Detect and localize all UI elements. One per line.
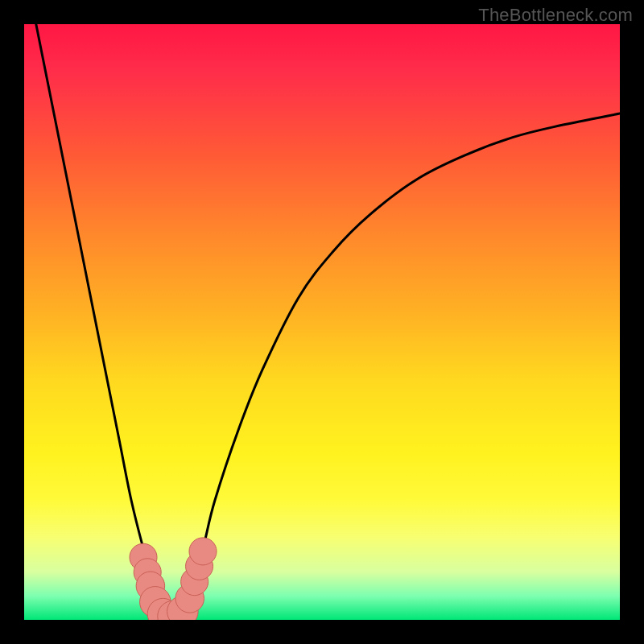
marker-layer (130, 538, 217, 620)
chart-frame: TheBottleneck.com (0, 0, 644, 644)
curve-svg (24, 24, 620, 620)
attribution-text: TheBottleneck.com (478, 5, 633, 26)
bottleneck-curve (24, 24, 620, 620)
plot-area (24, 24, 620, 620)
curve-marker (189, 538, 217, 565)
